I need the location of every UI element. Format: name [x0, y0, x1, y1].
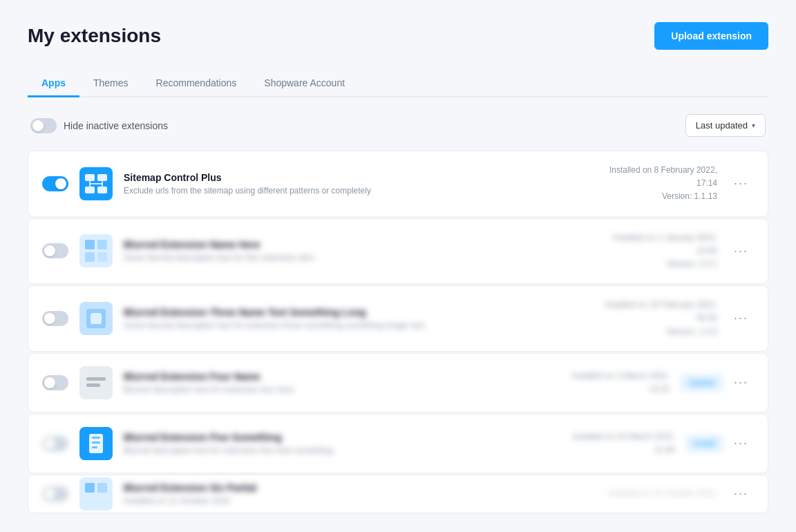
extension-icon-4 — [79, 366, 113, 399]
chevron-down-icon: ▾ — [752, 122, 755, 129]
extension-toggle-5[interactable] — [42, 436, 68, 451]
extension-meta-6: Installed on 21 October 2022, — [579, 487, 717, 500]
svg-rect-22 — [92, 441, 100, 444]
extension-toggle-4[interactable] — [42, 375, 68, 390]
extension-actions-3: ··· — [728, 308, 754, 328]
svg-rect-9 — [85, 240, 95, 249]
page-title: My extensions — [28, 25, 161, 47]
svg-rect-25 — [85, 483, 95, 493]
extension-card-4: Blurred Extension Four Name Blurred desc… — [28, 353, 768, 412]
extension-actions-sitemap-control-plus: ··· — [728, 173, 754, 193]
hide-inactive-toggle-label[interactable]: Hide inactive extensions — [30, 118, 168, 133]
svg-rect-15 — [91, 313, 102, 324]
extension-actions-2: ··· — [728, 241, 754, 261]
extension-info-3: Blurred Extension Three Name Text Someth… — [124, 307, 568, 330]
extension-meta-2: Installed on 1 January 2022, 10:00 Versi… — [579, 231, 717, 272]
more-options-button-2[interactable]: ··· — [728, 241, 754, 261]
more-options-button-5[interactable]: ··· — [728, 433, 754, 453]
extension-toggle-3[interactable] — [42, 311, 68, 326]
extension-name-5: Blurred Extension Five Something — [124, 432, 526, 443]
tabs-bar: Apps Themes Recommendations Shopware Acc… — [28, 69, 768, 97]
extension-card-sitemap-control-plus: Sitemap Control Plus Exclude urls from t… — [28, 151, 768, 217]
sort-label: Last updated — [696, 120, 748, 131]
extension-meta-5: Installed on 20 March 2022, 11:00 — [537, 430, 675, 457]
extension-meta-sitemap-control-plus: Installed on 8 February 2022, 17:14 Vers… — [579, 164, 717, 204]
extension-toggle-2[interactable] — [42, 243, 68, 258]
more-options-button-6[interactable]: ··· — [728, 484, 754, 504]
extension-icon-6 — [79, 477, 113, 511]
svg-rect-12 — [97, 252, 107, 262]
upload-extension-button[interactable]: Upload extension — [654, 22, 768, 50]
svg-rect-2 — [97, 174, 107, 181]
ext-meta-line1: Installed on 8 February 2022, — [579, 164, 717, 177]
extension-info-2: Blurred Extension Name Here Some blurred… — [124, 239, 568, 263]
svg-rect-8 — [79, 234, 113, 267]
svg-rect-1 — [85, 174, 95, 181]
extension-name-6: Blurred Extension Six Partial — [124, 482, 568, 493]
tab-shopware-account[interactable]: Shopware Account — [250, 69, 359, 97]
extension-meta-3: Installed on 15 February 2022, 09:30 Ver… — [579, 298, 717, 339]
tab-themes[interactable]: Themes — [79, 69, 142, 97]
header: My extensions Upload extension — [28, 22, 768, 50]
more-options-button-4[interactable]: ··· — [728, 372, 754, 392]
update-badge-4[interactable]: Update — [681, 374, 723, 391]
extension-desc-4: Blurred description text for extension f… — [124, 385, 520, 395]
install-badge-5[interactable]: Install — [686, 435, 723, 452]
extension-actions-6: ··· — [728, 484, 754, 504]
svg-rect-11 — [85, 252, 95, 262]
extension-desc-6: Installed on 21 October 2022 — [124, 496, 568, 506]
page-container: My extensions Upload extension Apps Them… — [0, 0, 796, 532]
extension-icon-sitemap-control-plus — [79, 167, 113, 200]
svg-rect-23 — [92, 446, 97, 448]
svg-rect-4 — [97, 187, 107, 193]
extension-info-sitemap-control-plus: Sitemap Control Plus Exclude urls from t… — [124, 172, 568, 196]
tab-apps[interactable]: Apps — [28, 69, 79, 97]
extension-actions-4: Update ··· — [681, 372, 754, 392]
extension-icon-3 — [79, 302, 113, 335]
svg-rect-17 — [86, 377, 106, 381]
extension-desc-2: Some blurred description text for this e… — [124, 253, 568, 263]
extension-info-5: Blurred Extension Five Something Blurred… — [124, 432, 526, 455]
hide-inactive-label: Hide inactive extensions — [64, 120, 168, 131]
svg-rect-3 — [85, 187, 95, 193]
svg-rect-26 — [97, 483, 107, 493]
extension-card-5: Blurred Extension Five Something Blurred… — [28, 414, 768, 473]
svg-rect-18 — [86, 383, 100, 387]
svg-rect-10 — [97, 240, 107, 249]
svg-rect-24 — [79, 477, 113, 511]
extension-info-4: Blurred Extension Four Name Blurred desc… — [124, 371, 520, 395]
svg-rect-21 — [92, 437, 100, 439]
toolbar: Hide inactive extensions Last updated ▾ — [28, 114, 768, 137]
extension-name-2: Blurred Extension Name Here — [124, 239, 568, 250]
more-options-button-3[interactable]: ··· — [728, 308, 754, 328]
extension-name-sitemap-control-plus: Sitemap Control Plus — [124, 172, 568, 183]
tab-recommendations[interactable]: Recommendations — [142, 69, 251, 97]
sort-dropdown[interactable]: Last updated ▾ — [685, 114, 766, 137]
extension-name-4: Blurred Extension Four Name — [124, 371, 520, 382]
extension-desc-3: Some blurred description text for extens… — [124, 321, 568, 330]
extension-actions-5: Install ··· — [686, 433, 754, 453]
extension-icon-5 — [79, 427, 113, 460]
extension-toggle-sitemap-control-plus[interactable] — [42, 176, 68, 191]
ext-meta-line3: Version: 1.1.13 — [579, 190, 717, 203]
extension-list: Sitemap Control Plus Exclude urls from t… — [28, 151, 768, 513]
extension-card-3: Blurred Extension Three Name Text Someth… — [28, 285, 768, 352]
ext-meta-line2: 17:14 — [579, 177, 717, 190]
more-options-button-sitemap-control-plus[interactable]: ··· — [728, 173, 754, 193]
extension-info-6: Blurred Extension Six Partial Installed … — [124, 482, 568, 506]
extension-card-6: Blurred Extension Six Partial Installed … — [28, 475, 768, 513]
extension-name-3: Blurred Extension Three Name Text Someth… — [124, 307, 568, 318]
extension-icon-2 — [79, 234, 113, 267]
hide-inactive-toggle[interactable] — [30, 118, 57, 133]
extension-card-2: Blurred Extension Name Here Some blurred… — [28, 218, 768, 285]
svg-rect-16 — [79, 366, 113, 399]
extension-meta-4: Installed on 3 March 2022, 14:22 — [531, 370, 670, 396]
extension-desc-sitemap-control-plus: Exclude urls from the sitemap using diff… — [124, 186, 568, 196]
extension-desc-5: Blurred description text for extension f… — [124, 446, 526, 455]
extension-toggle-6[interactable] — [42, 486, 68, 502]
